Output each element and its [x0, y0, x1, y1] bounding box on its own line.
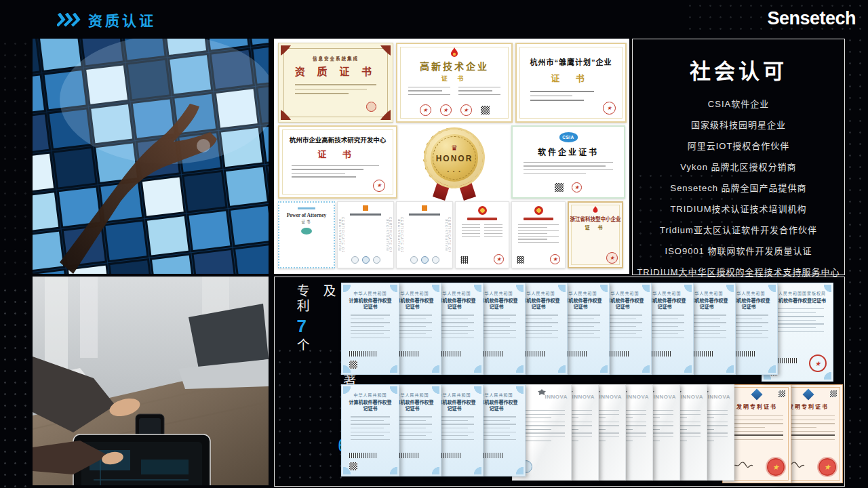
certificate-eagle-plan: 杭州市“雏鹰计划”企业 证 书: [515, 43, 627, 123]
red-seal-icon: [572, 182, 582, 192]
red-seal-icon: [603, 102, 616, 115]
recognition-item: Vykon 品牌北区授权分销商: [637, 160, 840, 173]
teal-oval-seal-icon: [301, 228, 312, 235]
title-bar: [350, 214, 381, 216]
certificate-software-enterprise: CSIA 软件企业证书: [511, 125, 625, 199]
red-seal-icon: [494, 254, 504, 264]
red-seal-icon: [606, 252, 618, 264]
qr-code-icon: [349, 361, 357, 369]
red-seal-icon: [366, 102, 376, 112]
copyright-certificates-row: 中华人民共和国计算机软件著作权登记证书中华人民共和国计算机软件著作权登记证书中华…: [341, 283, 833, 384]
medal-label: HONOR: [436, 154, 473, 163]
certificate-subtitle: 证 书: [279, 147, 396, 160]
particle-texture: [0, 38, 31, 282]
cnipa-logo-icon: [803, 389, 814, 401]
certificate-title: 资 质 证 书: [279, 64, 393, 78]
section-header: 资质认证: [57, 9, 156, 30]
signature-icon: [731, 461, 754, 469]
photo-office-workspace: [33, 277, 269, 485]
certificate-subtitle: 证书: [279, 219, 334, 224]
text-lines: [349, 220, 382, 232]
flame-icon: [592, 206, 599, 214]
recognition-item: Tridium亚太区认证软件开发合作伙伴: [637, 223, 840, 236]
seal-row: [513, 182, 624, 192]
text-lines: [295, 84, 376, 94]
registrar-logo-icon: [422, 205, 427, 211]
red-seal-icon: [550, 254, 560, 264]
recognition-list: CSIA软件企业国家级科技园明星企业阿里云IOT授权合作伙伴Vykon 品牌北区…: [633, 97, 844, 278]
recognition-item: 阿里云IOT授权合作伙伴: [637, 139, 840, 152]
national-emblem-icon: [478, 206, 487, 215]
qr-code-icon: [555, 183, 564, 192]
patent-count: 7: [292, 317, 312, 335]
red-seal-icon: [420, 104, 431, 116]
medal-dots: [447, 163, 461, 176]
certificate-of-registration: CERTIFICATE OF REGISTRATION CERTIFICATE …: [337, 201, 394, 268]
text-lines: [530, 91, 612, 101]
certificate-subtitle: 证 书: [517, 71, 625, 84]
brand-logo: Sensetech: [767, 8, 856, 29]
recognition-item: TRIDIUM技术认证技术培训机构: [637, 202, 840, 215]
registrar-logo-icon: [363, 205, 368, 211]
qr-code-icon: [517, 256, 524, 264]
certificate-subtitle: 信息安全系统集成: [279, 55, 393, 62]
certificate-title: 杭州市企业高新技术研究开发中心: [279, 135, 396, 144]
page-title: 资质认证: [88, 9, 156, 30]
corner-ornament-icon: [380, 110, 391, 120]
certificate-title: 浙江省科技型中小企业: [569, 215, 622, 222]
certificate-title: 高新技术企业: [397, 59, 511, 73]
accreditation-logos: [397, 256, 452, 264]
national-emblem-icon: [534, 206, 543, 215]
certificate-title: 软件企业证书: [513, 146, 624, 157]
text-lines: [518, 224, 559, 243]
certificate-subtitle: 证 书: [397, 74, 511, 83]
recognition-item: TRIDIUM大中华区授权的全程技术支持服务中心: [637, 265, 840, 278]
qr-code-icon: [778, 390, 785, 397]
qr-code-icon: [349, 462, 357, 470]
note-patent-column: 专利7个: [290, 284, 313, 479]
recognition-item: CSIA软件企业: [637, 97, 840, 110]
qr-code-icon: [830, 390, 837, 397]
barcode-icon: [349, 351, 376, 357]
certificate-license: [455, 201, 509, 268]
certificate-high-tech-enterprise: 高新技术企业 证 书: [396, 43, 513, 123]
certificate-license: [511, 201, 566, 268]
text-lines: [524, 162, 613, 174]
recognition-item: ISO9001 物联网软件开发质量认证: [637, 244, 840, 257]
header-bar: [298, 207, 315, 209]
title-bar: [409, 214, 440, 216]
medal-core: HONOR: [426, 129, 483, 186]
triple-chevron-icon: [57, 13, 81, 26]
certificate-qualification: 信息安全系统集成 资 质 证 书: [278, 43, 393, 123]
certificate-title: 杭州市“雏鹰计划”企业: [517, 56, 625, 67]
cnipa-logo-icon: [751, 389, 763, 401]
title-bar: [467, 218, 497, 220]
certificate-of-registration: CERTIFICATE OF REGISTRATION CERTIFICATE …: [396, 201, 453, 268]
text-lines: [462, 224, 502, 237]
text-lines: [408, 220, 441, 232]
red-seal-icon: [809, 354, 827, 372]
red-seal-icon: [460, 104, 472, 116]
copyright-patent-panel: 取得相关软件著作权共60+项及 专利7个 中华人民共和国计算机软件著作权登记证书…: [274, 277, 845, 487]
software-copyright-certificate: 中华人民共和国计算机软件著作权登记证书: [341, 384, 399, 476]
crown-icon: [451, 141, 458, 153]
slide: 资质认证 Sensetech: [0, 0, 868, 488]
certificate-title: Power of Attorney: [279, 212, 334, 218]
certificate-rd-center: 杭州市企业高新技术研究开发中心 证 书: [278, 125, 397, 199]
title-bar: [524, 218, 553, 220]
barcode-icon: [349, 453, 376, 458]
red-seal-icon: [440, 104, 452, 116]
particle-texture: [845, 0, 868, 488]
honor-medal-cell: HONOR: [400, 125, 509, 199]
certificate-zhejiang-sme: 浙江省科技型中小企业 证 书: [568, 201, 623, 268]
patent-certificates-row: 中华人民共和国计算机软件著作权登记证书中华人民共和国计算机软件著作权登记证书中华…: [341, 384, 843, 486]
certificate-power-of-attorney: Power of Attorney 证书: [278, 201, 335, 268]
social-recognition-panel: 社会认可 CSIA软件企业国家级科技园明星企业阿里云IOT授权合作伙伴Vykon…: [632, 39, 845, 275]
red-seal-icon: [767, 458, 785, 476]
qr-code-icon: [460, 256, 468, 264]
honor-medal: HONOR: [414, 126, 495, 198]
text-lines: [408, 87, 500, 98]
corner-ornament-icon: [281, 45, 291, 56]
red-seal-icon: [818, 458, 836, 476]
particle-texture: [0, 285, 34, 488]
